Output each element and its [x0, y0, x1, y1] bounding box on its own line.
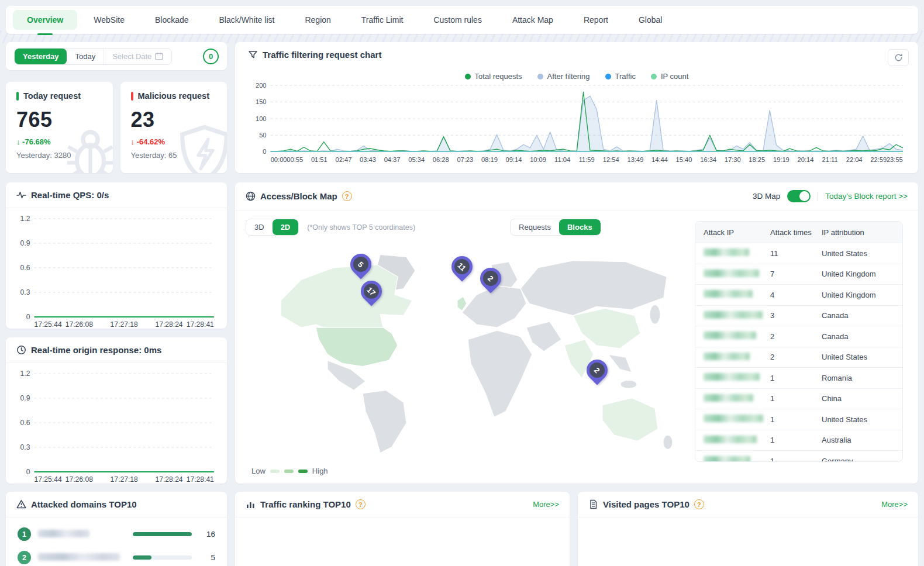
attack-ip-row: 3Canada: [695, 305, 902, 326]
bar-chart-icon: [246, 499, 256, 509]
ip-attribution-value: China: [822, 394, 902, 403]
domain-attack-bar: [133, 555, 192, 560]
traffic-chart-plot: 05010015020000:0000:5501:5102:4703:4304:…: [244, 81, 909, 167]
rank-badge: 2: [18, 551, 31, 564]
today-button[interactable]: Today: [67, 49, 104, 64]
attack-ip-row: 1Germany: [695, 450, 902, 462]
legend-item-traffic[interactable]: Traffic: [605, 72, 636, 81]
tab-custom-rules[interactable]: Custom rules: [419, 10, 495, 30]
qps-header: Real-time QPS: 0/s: [6, 182, 227, 208]
attack-times-value: 4: [770, 291, 822, 299]
masked-ip: [704, 249, 749, 256]
attack-times-value: 1: [770, 374, 822, 382]
attack-ip-row: 1China: [695, 388, 902, 409]
document-icon: [588, 499, 598, 509]
visited-pages-more-link[interactable]: More>>: [881, 500, 908, 509]
block-report-link[interactable]: Today's Block report >>: [825, 192, 908, 201]
map-filter-blocks[interactable]: Blocks: [559, 219, 601, 235]
masked-domain: [38, 553, 120, 561]
legend-swatch-high: [298, 470, 308, 473]
svg-text:00:00: 00:00: [271, 156, 287, 163]
map-pin[interactable]: 5: [350, 254, 371, 275]
map-pin[interactable]: 11: [451, 256, 473, 277]
visited-pages-help-icon[interactable]: ?: [694, 499, 704, 509]
traffic-chart-card: Traffic filtering request chart Total re…: [235, 42, 918, 173]
origin-chart-plot: 00.30.60.91.217:25:4417:26:0817:27:1817:…: [9, 369, 220, 487]
attack-ip-row: 1United States: [695, 409, 902, 430]
svg-text:08:19: 08:19: [481, 156, 498, 163]
map-3d-toggle[interactable]: [787, 190, 811, 202]
svg-text:0: 0: [26, 468, 30, 476]
map-help-icon[interactable]: ?: [342, 191, 352, 201]
attack-ip-row: 1Romania: [695, 367, 902, 388]
traffic-ranking-help-icon[interactable]: ?: [356, 499, 366, 509]
date-filter-card: Yesterday Today Select Date 0: [6, 42, 227, 70]
pulse-icon: [16, 190, 26, 200]
svg-text:09:14: 09:14: [506, 156, 522, 163]
tab-website[interactable]: WebSite: [80, 10, 139, 30]
tab-blockade[interactable]: Blockade: [141, 10, 203, 30]
tab-report[interactable]: Report: [570, 10, 622, 30]
ip-attribution-value: Australia: [822, 436, 902, 444]
select-date-input[interactable]: Select Date: [104, 49, 171, 64]
svg-text:11:59: 11:59: [579, 156, 595, 163]
refresh-button[interactable]: [888, 49, 909, 66]
map-header: Access/Block Map ? 3D Map Today's Block …: [235, 182, 918, 210]
svg-text:17:26:08: 17:26:08: [65, 320, 93, 329]
map-pin[interactable]: 2: [480, 268, 501, 289]
masked-ip: [704, 456, 750, 462]
traffic-ranking-header: Traffic ranking TOP10 ? More>>: [235, 492, 570, 517]
svg-text:13:49: 13:49: [627, 156, 643, 163]
svg-text:0: 0: [263, 148, 266, 155]
svg-text:17:25:44: 17:25:44: [34, 475, 61, 484]
legend-low-label: Low: [251, 467, 266, 475]
legend-item-after-filtering[interactable]: After filtering: [537, 72, 590, 81]
map-pin[interactable]: 2: [587, 360, 608, 381]
map-density-legend: Low High: [251, 467, 328, 475]
map-mode-3d[interactable]: 3D: [246, 219, 273, 235]
traffic-chart-title: Traffic filtering request chart: [263, 50, 381, 60]
svg-text:0.9: 0.9: [20, 239, 30, 247]
legend-swatch-mid: [284, 470, 294, 473]
svg-text:17:30: 17:30: [725, 156, 741, 163]
svg-text:0.6: 0.6: [20, 264, 30, 272]
map-title: Access/Block Map: [260, 191, 337, 201]
svg-text:50: 50: [259, 132, 266, 139]
svg-text:10:09: 10:09: [530, 156, 546, 163]
svg-text:1.2: 1.2: [20, 215, 30, 223]
tab-global[interactable]: Global: [625, 10, 676, 30]
tab-black-white-list[interactable]: Black/White list: [205, 10, 289, 30]
divider: [818, 192, 818, 201]
attack-times-value: 3: [770, 311, 822, 320]
legend-label: Traffic: [615, 72, 636, 81]
tab-traffic-limit[interactable]: Traffic Limit: [347, 10, 418, 30]
malicious-request-title: Malicious request: [131, 91, 217, 101]
qps-card: Real-time QPS: 0/s 00.30.60.91.217:25:44…: [6, 182, 227, 329]
svg-text:01:51: 01:51: [311, 156, 327, 163]
ip-attribution-value: United States: [822, 249, 902, 258]
pending-count-badge[interactable]: 0: [203, 49, 219, 64]
svg-text:0: 0: [26, 313, 30, 321]
legend-label: After filtering: [547, 72, 590, 81]
tab-overview[interactable]: Overview: [13, 10, 77, 30]
masked-ip: [704, 436, 757, 443]
svg-text:17:28:41: 17:28:41: [187, 320, 214, 329]
legend-item-ip-count[interactable]: IP count: [651, 72, 688, 81]
map-mode-2d[interactable]: 2D: [273, 219, 299, 235]
visited-pages-header: Visited pages TOP10 ? More>>: [578, 492, 918, 517]
attacked-domains-card: Attacked domains TOP10 11625: [6, 492, 227, 566]
map-filter-requests[interactable]: Requests: [511, 219, 559, 235]
ip-attribution-value: United Kingdom: [822, 291, 902, 299]
yesterday-button[interactable]: Yesterday: [15, 49, 67, 64]
tab-region[interactable]: Region: [291, 10, 344, 30]
attack-ip-row: 2Canada: [695, 326, 902, 347]
attacked-domains-title: Attacked domains TOP10: [31, 499, 137, 509]
legend-item-total-requests[interactable]: Total requests: [465, 72, 522, 81]
svg-text:0.6: 0.6: [20, 419, 30, 427]
visited-pages-card: Visited pages TOP10 ? More>>: [578, 492, 918, 566]
traffic-ranking-more-link[interactable]: More>>: [533, 500, 559, 509]
svg-text:21:11: 21:11: [822, 156, 838, 163]
map-pin[interactable]: 17: [361, 281, 382, 302]
tab-attack-map[interactable]: Attack Map: [498, 10, 567, 30]
traffic-chart-header: Traffic filtering request chart: [244, 42, 909, 67]
